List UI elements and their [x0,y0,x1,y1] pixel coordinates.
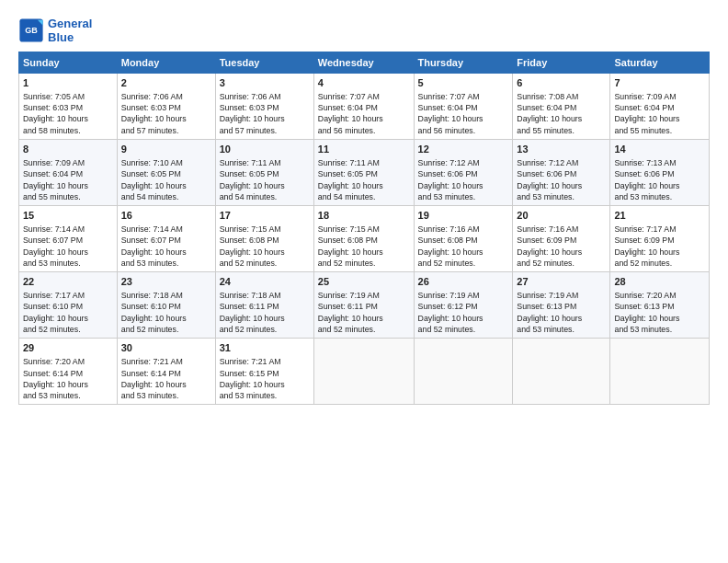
page-header: GB General Blue [18,17,710,44]
col-header-wednesday: Wednesday [313,52,414,74]
day-number: 9 [121,143,211,156]
calendar-cell: 26Sunrise: 7:19 AMSunset: 6:12 PMDayligh… [414,272,513,339]
day-info: Sunrise: 7:06 AMSunset: 6:03 PMDaylight:… [220,91,310,136]
day-info: Sunrise: 7:21 AMSunset: 6:14 PMDaylight:… [121,356,211,401]
day-number: 19 [418,209,509,223]
day-info: Sunrise: 7:06 AMSunset: 6:03 PMDaylight:… [121,91,211,136]
day-info: Sunrise: 7:08 AMSunset: 6:04 PMDaylight:… [517,91,606,136]
calendar-cell [513,339,610,405]
calendar-cell: 20Sunrise: 7:16 AMSunset: 6:09 PMDayligh… [513,206,610,272]
calendar-cell: 1Sunrise: 7:05 AMSunset: 6:03 PMDaylight… [19,74,118,140]
day-info: Sunrise: 7:15 AMSunset: 6:08 PMDaylight:… [220,224,310,269]
day-number: 18 [318,209,410,223]
calendar-cell: 3Sunrise: 7:06 AMSunset: 6:03 PMDaylight… [215,74,313,140]
day-number: 16 [121,209,211,223]
logo-text: General Blue [48,17,92,44]
day-info: Sunrise: 7:17 AMSunset: 6:09 PMDaylight:… [614,224,705,269]
day-number: 25 [318,275,410,289]
calendar-cell: 27Sunrise: 7:19 AMSunset: 6:13 PMDayligh… [513,272,610,339]
calendar-cell: 10Sunrise: 7:11 AMSunset: 6:05 PMDayligh… [215,140,313,206]
calendar-week-row: 15Sunrise: 7:14 AMSunset: 6:07 PMDayligh… [19,206,710,272]
day-number: 7 [614,76,705,90]
day-number: 31 [220,341,310,355]
day-info: Sunrise: 7:05 AMSunset: 6:03 PMDaylight:… [23,91,113,136]
calendar-cell: 12Sunrise: 7:12 AMSunset: 6:06 PMDayligh… [414,140,513,206]
day-info: Sunrise: 7:07 AMSunset: 6:04 PMDaylight:… [418,91,509,136]
calendar-cell: 22Sunrise: 7:17 AMSunset: 6:10 PMDayligh… [19,272,118,339]
calendar-table: SundayMondayTuesdayWednesdayThursdayFrid… [18,52,710,405]
calendar-week-row: 8Sunrise: 7:09 AMSunset: 6:04 PMDaylight… [19,140,710,206]
logo-icon: GB [18,17,44,43]
calendar-cell: 4Sunrise: 7:07 AMSunset: 6:04 PMDaylight… [313,74,414,140]
day-info: Sunrise: 7:20 AMSunset: 6:13 PMDaylight:… [614,290,705,335]
day-number: 29 [23,341,113,355]
day-number: 15 [23,209,113,223]
day-number: 12 [418,143,509,156]
calendar-cell [313,339,414,405]
day-number: 28 [614,275,705,289]
calendar-cell: 28Sunrise: 7:20 AMSunset: 6:13 PMDayligh… [610,272,710,339]
calendar-cell: 23Sunrise: 7:18 AMSunset: 6:10 PMDayligh… [117,272,215,339]
calendar-cell [414,339,513,405]
col-header-friday: Friday [513,52,610,74]
calendar-cell: 15Sunrise: 7:14 AMSunset: 6:07 PMDayligh… [19,206,118,272]
col-header-sunday: Sunday [19,52,118,74]
day-info: Sunrise: 7:20 AMSunset: 6:14 PMDaylight:… [23,356,113,401]
calendar-cell: 8Sunrise: 7:09 AMSunset: 6:04 PMDaylight… [19,140,118,206]
day-number: 5 [418,76,509,90]
calendar-cell: 21Sunrise: 7:17 AMSunset: 6:09 PMDayligh… [610,206,710,272]
calendar-page: GB General Blue SundayMondayTuesdayWedne… [0,0,728,563]
day-number: 4 [318,76,410,90]
col-header-monday: Monday [117,52,215,74]
calendar-week-row: 22Sunrise: 7:17 AMSunset: 6:10 PMDayligh… [19,272,710,339]
day-info: Sunrise: 7:09 AMSunset: 6:04 PMDaylight:… [614,91,705,136]
calendar-week-row: 1Sunrise: 7:05 AMSunset: 6:03 PMDaylight… [19,74,710,140]
day-info: Sunrise: 7:12 AMSunset: 6:06 PMDaylight:… [418,157,509,202]
day-info: Sunrise: 7:12 AMSunset: 6:06 PMDaylight:… [517,157,606,202]
day-number: 3 [220,76,310,90]
day-number: 2 [121,76,211,90]
day-number: 24 [220,275,310,289]
day-info: Sunrise: 7:21 AMSunset: 6:15 PMDaylight:… [220,356,310,401]
day-info: Sunrise: 7:19 AMSunset: 6:11 PMDaylight:… [318,290,410,335]
day-number: 26 [418,275,509,289]
calendar-cell: 18Sunrise: 7:15 AMSunset: 6:08 PMDayligh… [313,206,414,272]
day-number: 1 [23,76,113,90]
calendar-cell: 14Sunrise: 7:13 AMSunset: 6:06 PMDayligh… [610,140,710,206]
col-header-saturday: Saturday [610,52,710,74]
calendar-cell: 24Sunrise: 7:18 AMSunset: 6:11 PMDayligh… [215,272,313,339]
calendar-cell: 16Sunrise: 7:14 AMSunset: 6:07 PMDayligh… [117,206,215,272]
calendar-cell: 2Sunrise: 7:06 AMSunset: 6:03 PMDaylight… [117,74,215,140]
calendar-week-row: 29Sunrise: 7:20 AMSunset: 6:14 PMDayligh… [19,339,710,405]
day-info: Sunrise: 7:16 AMSunset: 6:08 PMDaylight:… [418,224,509,269]
day-number: 20 [517,209,606,223]
day-number: 22 [23,275,113,289]
calendar-cell: 17Sunrise: 7:15 AMSunset: 6:08 PMDayligh… [215,206,313,272]
day-info: Sunrise: 7:11 AMSunset: 6:05 PMDaylight:… [318,157,410,202]
calendar-cell: 25Sunrise: 7:19 AMSunset: 6:11 PMDayligh… [313,272,414,339]
day-info: Sunrise: 7:16 AMSunset: 6:09 PMDaylight:… [517,224,606,269]
logo: GB General Blue [18,17,92,44]
col-header-thursday: Thursday [414,52,513,74]
col-header-tuesday: Tuesday [215,52,313,74]
calendar-cell: 30Sunrise: 7:21 AMSunset: 6:14 PMDayligh… [117,339,215,405]
day-number: 13 [517,143,606,156]
calendar-cell: 29Sunrise: 7:20 AMSunset: 6:14 PMDayligh… [19,339,118,405]
calendar-cell: 6Sunrise: 7:08 AMSunset: 6:04 PMDaylight… [513,74,610,140]
day-info: Sunrise: 7:13 AMSunset: 6:06 PMDaylight:… [614,157,705,202]
calendar-cell: 31Sunrise: 7:21 AMSunset: 6:15 PMDayligh… [215,339,313,405]
calendar-cell: 7Sunrise: 7:09 AMSunset: 6:04 PMDaylight… [610,74,710,140]
day-info: Sunrise: 7:15 AMSunset: 6:08 PMDaylight:… [318,224,410,269]
day-number: 8 [23,143,113,156]
day-info: Sunrise: 7:10 AMSunset: 6:05 PMDaylight:… [121,157,211,202]
day-info: Sunrise: 7:18 AMSunset: 6:10 PMDaylight:… [121,290,211,335]
day-info: Sunrise: 7:18 AMSunset: 6:11 PMDaylight:… [220,290,310,335]
calendar-cell: 11Sunrise: 7:11 AMSunset: 6:05 PMDayligh… [313,140,414,206]
day-number: 10 [220,143,310,156]
calendar-cell: 19Sunrise: 7:16 AMSunset: 6:08 PMDayligh… [414,206,513,272]
day-number: 14 [614,143,705,156]
day-info: Sunrise: 7:07 AMSunset: 6:04 PMDaylight:… [318,91,410,136]
calendar-cell: 5Sunrise: 7:07 AMSunset: 6:04 PMDaylight… [414,74,513,140]
calendar-cell [610,339,710,405]
day-info: Sunrise: 7:17 AMSunset: 6:10 PMDaylight:… [23,290,113,335]
